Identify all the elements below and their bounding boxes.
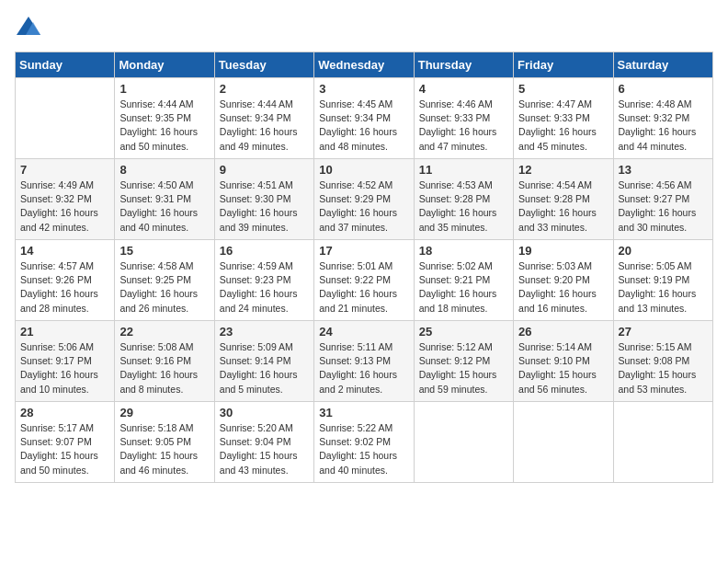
weekday-header: Thursday <box>414 52 513 78</box>
sunrise-text: Sunrise: 5:14 AM <box>518 341 592 352</box>
daylight-text: Daylight: 16 hours and 13 minutes. <box>619 288 697 313</box>
daylight-text: Daylight: 15 hours and 59 minutes. <box>419 369 497 394</box>
calendar-cell <box>613 402 712 483</box>
sunset-text: Sunset: 9:30 PM <box>220 193 291 204</box>
day-info: Sunrise: 4:51 AM Sunset: 9:30 PM Dayligh… <box>220 178 309 235</box>
page-header <box>15 15 713 42</box>
daylight-text: Daylight: 16 hours and 44 minutes. <box>619 126 697 151</box>
sunrise-text: Sunrise: 5:06 AM <box>20 341 94 352</box>
daylight-text: Daylight: 16 hours and 21 minutes. <box>319 288 397 313</box>
sunset-text: Sunset: 9:10 PM <box>518 355 590 366</box>
day-info: Sunrise: 5:05 AM Sunset: 9:19 PM Dayligh… <box>619 259 708 316</box>
day-number: 5 <box>518 82 608 96</box>
day-number: 21 <box>20 325 109 339</box>
sunrise-text: Sunrise: 5:18 AM <box>119 422 193 433</box>
sunset-text: Sunset: 9:28 PM <box>419 193 491 204</box>
daylight-text: Daylight: 16 hours and 26 minutes. <box>119 288 198 313</box>
calendar-cell: 19 Sunrise: 5:03 AM Sunset: 9:20 PM Dayl… <box>514 240 613 321</box>
daylight-text: Daylight: 15 hours and 46 minutes. <box>119 450 198 475</box>
day-info: Sunrise: 4:45 AM Sunset: 9:34 PM Dayligh… <box>319 98 408 154</box>
day-info: Sunrise: 5:20 AM Sunset: 9:04 PM Dayligh… <box>220 421 309 477</box>
sunset-text: Sunset: 9:32 PM <box>20 193 92 204</box>
daylight-text: Daylight: 16 hours and 30 minutes. <box>619 207 697 232</box>
day-info: Sunrise: 4:44 AM Sunset: 9:35 PM Dayligh… <box>119 98 209 154</box>
day-number: 24 <box>319 325 408 339</box>
daylight-text: Daylight: 16 hours and 37 minutes. <box>319 207 397 232</box>
day-number: 4 <box>419 82 508 96</box>
sunrise-text: Sunrise: 4:44 AM <box>220 98 293 109</box>
logo <box>15 15 46 42</box>
calendar-week-row: 21 Sunrise: 5:06 AM Sunset: 9:17 PM Dayl… <box>16 321 713 402</box>
sunset-text: Sunset: 9:29 PM <box>319 193 391 204</box>
calendar-cell: 24 Sunrise: 5:11 AM Sunset: 9:13 PM Dayl… <box>314 321 414 402</box>
header-row: SundayMondayTuesdayWednesdayThursdayFrid… <box>16 52 713 78</box>
sunrise-text: Sunrise: 4:45 AM <box>319 98 392 109</box>
calendar-cell: 10 Sunrise: 4:52 AM Sunset: 9:29 PM Dayl… <box>314 159 414 240</box>
sunrise-text: Sunrise: 4:56 AM <box>619 179 692 190</box>
sunrise-text: Sunrise: 5:20 AM <box>220 422 293 433</box>
day-number: 17 <box>319 244 408 258</box>
sunrise-text: Sunrise: 5:17 AM <box>20 422 94 433</box>
sunset-text: Sunset: 9:19 PM <box>619 274 690 285</box>
daylight-text: Daylight: 16 hours and 50 minutes. <box>119 126 198 151</box>
day-info: Sunrise: 4:46 AM Sunset: 9:33 PM Dayligh… <box>419 98 508 154</box>
day-info: Sunrise: 5:17 AM Sunset: 9:07 PM Dayligh… <box>20 421 109 477</box>
daylight-text: Daylight: 16 hours and 16 minutes. <box>518 288 597 313</box>
day-number: 20 <box>619 244 708 258</box>
calendar-cell: 1 Sunrise: 4:44 AM Sunset: 9:35 PM Dayli… <box>115 78 214 159</box>
sunset-text: Sunset: 9:33 PM <box>518 112 590 123</box>
sunset-text: Sunset: 9:34 PM <box>220 112 291 123</box>
calendar-cell: 8 Sunrise: 4:50 AM Sunset: 9:31 PM Dayli… <box>115 159 214 240</box>
calendar-cell <box>414 402 513 483</box>
sunset-text: Sunset: 9:07 PM <box>20 436 92 447</box>
day-info: Sunrise: 4:48 AM Sunset: 9:32 PM Dayligh… <box>619 98 708 154</box>
day-info: Sunrise: 5:11 AM Sunset: 9:13 PM Dayligh… <box>319 340 408 396</box>
calendar-cell: 17 Sunrise: 5:01 AM Sunset: 9:22 PM Dayl… <box>314 240 414 321</box>
day-number: 29 <box>119 406 209 419</box>
sunset-text: Sunset: 9:08 PM <box>619 355 690 366</box>
daylight-text: Daylight: 16 hours and 35 minutes. <box>419 207 497 232</box>
sunset-text: Sunset: 9:23 PM <box>220 274 291 285</box>
day-number: 26 <box>518 325 608 339</box>
weekday-header: Friday <box>514 52 613 78</box>
day-number: 2 <box>220 82 309 96</box>
day-number: 19 <box>518 244 608 258</box>
sunset-text: Sunset: 9:21 PM <box>419 274 491 285</box>
day-number: 25 <box>419 325 508 339</box>
calendar-cell: 30 Sunrise: 5:20 AM Sunset: 9:04 PM Dayl… <box>214 402 313 483</box>
logo-icon <box>15 15 42 42</box>
sunrise-text: Sunrise: 4:49 AM <box>20 179 94 190</box>
calendar-cell: 9 Sunrise: 4:51 AM Sunset: 9:30 PM Dayli… <box>214 159 313 240</box>
daylight-text: Daylight: 16 hours and 24 minutes. <box>220 288 298 313</box>
weekday-header: Wednesday <box>314 52 414 78</box>
sunset-text: Sunset: 9:12 PM <box>419 355 491 366</box>
sunset-text: Sunset: 9:17 PM <box>20 355 92 366</box>
day-number: 11 <box>419 163 508 177</box>
calendar-cell: 15 Sunrise: 4:58 AM Sunset: 9:25 PM Dayl… <box>115 240 214 321</box>
day-number: 30 <box>220 406 309 419</box>
sunset-text: Sunset: 9:28 PM <box>518 193 590 204</box>
day-info: Sunrise: 5:03 AM Sunset: 9:20 PM Dayligh… <box>518 259 608 316</box>
weekday-header: Saturday <box>613 52 712 78</box>
day-info: Sunrise: 5:09 AM Sunset: 9:14 PM Dayligh… <box>220 340 309 396</box>
day-info: Sunrise: 5:01 AM Sunset: 9:22 PM Dayligh… <box>319 259 408 316</box>
sunset-text: Sunset: 9:35 PM <box>119 112 191 123</box>
calendar-cell: 4 Sunrise: 4:46 AM Sunset: 9:33 PM Dayli… <box>414 78 513 159</box>
day-info: Sunrise: 5:06 AM Sunset: 9:17 PM Dayligh… <box>20 340 109 396</box>
calendar-cell: 14 Sunrise: 4:57 AM Sunset: 9:26 PM Dayl… <box>16 240 115 321</box>
day-info: Sunrise: 4:52 AM Sunset: 9:29 PM Dayligh… <box>319 178 408 235</box>
calendar-cell: 5 Sunrise: 4:47 AM Sunset: 9:33 PM Dayli… <box>514 78 613 159</box>
sunrise-text: Sunrise: 4:52 AM <box>319 179 392 190</box>
day-number: 14 <box>20 244 109 258</box>
day-info: Sunrise: 4:44 AM Sunset: 9:34 PM Dayligh… <box>220 98 309 154</box>
sunset-text: Sunset: 9:16 PM <box>119 355 191 366</box>
calendar-cell: 16 Sunrise: 4:59 AM Sunset: 9:23 PM Dayl… <box>214 240 313 321</box>
day-number: 7 <box>20 163 109 177</box>
day-info: Sunrise: 4:57 AM Sunset: 9:26 PM Dayligh… <box>20 259 109 316</box>
calendar-cell: 29 Sunrise: 5:18 AM Sunset: 9:05 PM Dayl… <box>115 402 214 483</box>
sunset-text: Sunset: 9:25 PM <box>119 274 191 285</box>
calendar-cell: 31 Sunrise: 5:22 AM Sunset: 9:02 PM Dayl… <box>314 402 414 483</box>
sunrise-text: Sunrise: 4:57 AM <box>20 260 94 271</box>
calendar-cell: 21 Sunrise: 5:06 AM Sunset: 9:17 PM Dayl… <box>16 321 115 402</box>
calendar-cell: 22 Sunrise: 5:08 AM Sunset: 9:16 PM Dayl… <box>115 321 214 402</box>
